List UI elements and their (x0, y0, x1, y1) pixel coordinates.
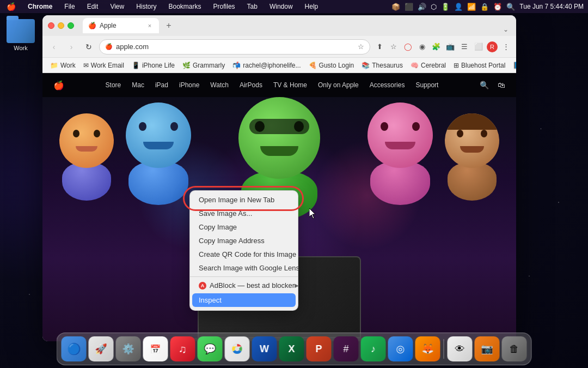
bookmark-grammarly-icon: 🌿 (182, 62, 191, 69)
apple-nav-airpods[interactable]: AirPods (240, 81, 262, 89)
dock-word[interactable]: W (252, 336, 277, 361)
dock-finder[interactable]: 🔵 (62, 336, 87, 361)
bookmark-iphone-life[interactable]: 📱 iPhone Life (128, 61, 178, 70)
dock-trash[interactable]: 🗑 (502, 336, 527, 361)
forward-button[interactable]: › (64, 40, 78, 54)
opera-icon[interactable]: ◯ (402, 41, 414, 53)
minimize-button[interactable] (58, 22, 64, 29)
battery-icon[interactable]: ⬛ (405, 3, 413, 11)
chrome-menu[interactable]: Chrome (26, 2, 54, 11)
context-inspect[interactable]: Inspect (192, 293, 296, 307)
apple-nav-mac[interactable]: Mac (132, 81, 144, 89)
wifi-icon[interactable]: 📶 (467, 3, 476, 11)
bookmark-grammarly[interactable]: 🌿 Grammarly (179, 61, 228, 70)
context-save-image[interactable]: Save Image As... (190, 207, 298, 220)
tab-menu[interactable]: Tab (245, 2, 260, 11)
menu-icon[interactable]: ⋮ (500, 41, 512, 53)
volume-icon[interactable]: 🔊 (418, 3, 426, 11)
context-create-qr[interactable]: Create QR Code for this Image (190, 248, 298, 261)
nav-icons-right: ⬆ ☆ ◯ ◉ 🧩 📺 ☰ ⬜ R ⋮ (373, 41, 512, 53)
reader-mode-icon[interactable]: ☰ (458, 41, 470, 53)
dock-excel[interactable]: X (279, 336, 304, 361)
dock-chrome[interactable] (225, 336, 250, 361)
bookmark-work[interactable]: 📁 Work (47, 61, 79, 70)
apple-nav-store[interactable]: Store (106, 81, 121, 89)
browser-window: 🍎 Apple × + ⌄ ‹ › ↻ 🍎 apple.com ☆ ⬆ ☆ ◯ (42, 15, 516, 341)
dock-calendar[interactable]: 📅 (143, 336, 168, 361)
clock-icon[interactable]: ⏰ (493, 3, 502, 11)
bookmark-star-icon[interactable]: ☆ (358, 43, 364, 51)
help-menu[interactable]: Help (303, 2, 321, 11)
history-menu[interactable]: History (134, 2, 158, 11)
extension-icon[interactable]: 🧩 (430, 41, 442, 53)
bookmark-facebook[interactable]: 📘 Facebook (510, 61, 516, 70)
profiles-menu[interactable]: Profiles (211, 2, 237, 11)
dock-firefox[interactable]: 🦊 (415, 336, 440, 361)
share-icon[interactable]: ⬆ (373, 41, 385, 53)
apple-nav-accessories[interactable]: Accessories (370, 81, 405, 89)
apple-nav-ipad[interactable]: iPad (155, 81, 168, 89)
dock-spotify[interactable]: ♪ (361, 336, 386, 361)
bookmark-gusto-label: Gusto Login (319, 62, 354, 69)
new-tab-button[interactable]: + (161, 18, 176, 33)
cast-icon[interactable]: 📺 (444, 41, 456, 53)
search-icon[interactable]: 🔍 (506, 3, 515, 11)
window-menu[interactable]: Window (267, 2, 295, 11)
dock-photos[interactable]: 📷 (475, 336, 500, 361)
apple-cart-icon[interactable]: 🛍 (498, 81, 505, 89)
bookmark-cerebral[interactable]: 🧠 Cerebral (407, 61, 449, 70)
dock-slack[interactable]: # (334, 336, 359, 361)
address-bar[interactable]: 🍎 apple.com ☆ (99, 39, 370, 55)
tab-close-button[interactable]: × (146, 22, 154, 29)
bluetooth-icon[interactable]: ⬡ (431, 3, 437, 11)
tab-apple[interactable]: 🍎 Apple × (83, 18, 159, 33)
close-button[interactable] (48, 22, 54, 29)
star-icon[interactable]: ☆ (388, 41, 400, 53)
context-adblock[interactable]: A AdBlock — best ad blocker ▶ (190, 279, 298, 292)
back-button[interactable]: ‹ (47, 40, 61, 54)
apple-search-icon[interactable]: 🔍 (480, 81, 489, 89)
context-open-image[interactable]: Open Image in New Tab (190, 193, 298, 207)
reload-button[interactable]: ↻ (82, 40, 96, 54)
dock-messages[interactable]: 💬 (198, 336, 223, 361)
maximize-button[interactable] (68, 22, 74, 29)
lock-icon[interactable]: 🔒 (480, 3, 489, 11)
dock-preview[interactable]: 👁 (448, 336, 473, 361)
dock-music[interactable]: ♫ (170, 336, 195, 361)
dock-launchpad[interactable]: 🚀 (89, 336, 114, 361)
bookmark-gusto[interactable]: 🍕 Gusto Login (305, 61, 358, 70)
svg-point-1 (235, 347, 240, 351)
context-search-lens[interactable]: Search Image with Google Lens (190, 261, 298, 275)
context-create-qr-label: Create QR Code for this Image (199, 250, 296, 258)
apple-nav-tv[interactable]: TV & Home (273, 81, 307, 89)
apple-nav-only[interactable]: Only on Apple (318, 81, 359, 89)
battery2-icon[interactable]: 🔋 (441, 3, 450, 11)
dropbox-icon[interactable]: 📦 (391, 3, 400, 11)
tab-bar: 🍎 Apple × + ⌄ (78, 18, 511, 33)
apple-nav-support[interactable]: Support (415, 81, 438, 89)
file-menu[interactable]: File (62, 2, 77, 11)
context-copy-address[interactable]: Copy Image Address (190, 234, 298, 248)
view-menu[interactable]: View (108, 2, 126, 11)
apple-menu[interactable]: 🍎 (4, 1, 18, 12)
tab-expand-icon[interactable]: ⌄ (503, 26, 511, 33)
profile-icon[interactable]: R (487, 41, 498, 52)
title-bar: 🍎 Apple × + ⌄ (42, 15, 516, 36)
edit-menu[interactable]: Edit (85, 2, 101, 11)
dock-powerpoint[interactable]: P (307, 336, 332, 361)
apple-nav-watch[interactable]: Watch (210, 81, 229, 89)
bookmark-work-email[interactable]: ✉ Work Email (80, 61, 127, 70)
bookmark-bluehost[interactable]: ⊞ Bluehost Portal (450, 61, 509, 70)
dock-system-preferences[interactable]: ⚙️ (116, 336, 141, 361)
work-folder[interactable]: Work (7, 19, 35, 51)
user-icon[interactable]: 👤 (454, 3, 463, 11)
adblock-icon: A (199, 282, 206, 289)
context-copy-image[interactable]: Copy Image (190, 220, 298, 234)
bookmarks-menu[interactable]: Bookmarks (167, 2, 204, 11)
dock-safari[interactable]: ◎ (388, 336, 413, 361)
chatgpt-icon[interactable]: ◉ (416, 41, 428, 53)
sidebar-icon[interactable]: ⬜ (473, 41, 485, 53)
bookmark-rachel[interactable]: 📬 rachel@iphonelife... (229, 61, 304, 70)
apple-nav-iphone[interactable]: iPhone (179, 81, 199, 89)
bookmark-thesaurus[interactable]: 📚 Thesaurus (358, 61, 406, 70)
